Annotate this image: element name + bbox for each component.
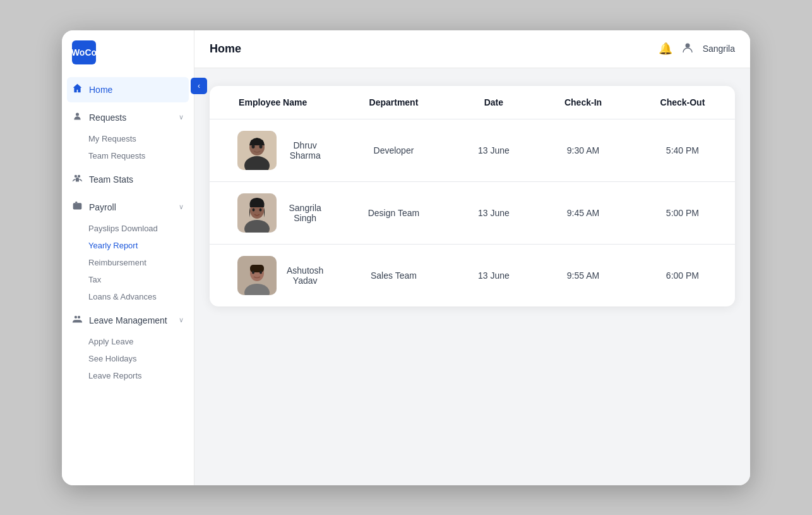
avatar-3: [237, 256, 277, 295]
svg-point-6: [685, 43, 690, 47]
nav-section-requests: Requests ∨ My Requests Team Requests: [62, 105, 194, 164]
svg-point-15: [253, 208, 255, 211]
table-header-row: Employee Name Department Date Check-In C…: [210, 86, 735, 119]
svg-point-22: [260, 270, 262, 274]
requests-chevron: ∨: [179, 113, 184, 121]
department-1: Developer: [336, 119, 451, 181]
svg-point-10: [252, 145, 255, 148]
date-3: 13 June: [451, 244, 537, 306]
header-actions: 🔔 Sangrila: [659, 41, 735, 57]
header: Home 🔔 Sangrila: [194, 30, 750, 68]
leave-management-label: Leave Management: [89, 315, 167, 325]
avatar-2: [237, 193, 277, 233]
page-title: Home: [210, 42, 659, 56]
user-icon[interactable]: [681, 41, 694, 57]
payroll-label: Payroll: [89, 202, 116, 212]
svg-point-1: [75, 174, 77, 177]
svg-point-0: [76, 112, 79, 116]
checkout-3: 6:00 PM: [630, 244, 735, 306]
svg-point-16: [260, 208, 262, 211]
checkout-1: 5:40 PM: [630, 119, 735, 181]
team-stats-icon: [72, 173, 83, 186]
col-employee-name: Employee Name: [210, 86, 336, 119]
col-check-out: Check-Out: [630, 86, 735, 119]
svg-point-2: [78, 174, 80, 177]
checkout-2: 5:00 PM: [630, 181, 735, 244]
svg-point-21: [252, 270, 254, 274]
nav-section-home: Home: [62, 77, 194, 102]
checkin-3: 9:55 AM: [536, 244, 630, 306]
sidebar: WoCo Home Requests ∨ My Requests Team Re…: [62, 30, 194, 485]
employee-cell-1: Dhruv Sharma: [210, 119, 336, 181]
employee-cell-3: Ashutosh Yadav: [210, 244, 336, 306]
sidebar-sub-leave-reports[interactable]: Leave Reports: [62, 367, 194, 384]
sidebar-item-requests[interactable]: Requests ∨: [62, 105, 194, 130]
col-date: Date: [451, 86, 537, 119]
sidebar-sub-apply-leave[interactable]: Apply Leave: [62, 333, 194, 350]
col-department: Department: [336, 86, 451, 119]
svg-point-5: [78, 315, 80, 318]
employee-cell-2: Sangrila Singh: [210, 181, 336, 244]
payroll-chevron: ∨: [179, 203, 184, 211]
content-area: Employee Name Department Date Check-In C…: [194, 68, 750, 485]
nav-section-leave-management: Leave Management ∨ Apply Leave See Holid…: [62, 308, 194, 384]
department-3: Sales Team: [336, 244, 451, 306]
collapse-sidebar-button[interactable]: ‹: [194, 78, 207, 94]
table-row: Sangrila Singh Design Team 13 June 9:45 …: [210, 181, 735, 244]
svg-point-4: [75, 315, 77, 318]
nav-section-payroll: Payroll ∨ Payslips Download Yearly Repor…: [62, 195, 194, 305]
svg-point-11: [260, 145, 263, 148]
attendance-table-card: Employee Name Department Date Check-In C…: [210, 86, 735, 306]
table-row: Dhruv Sharma Developer 13 June 9:30 AM 5…: [210, 119, 735, 181]
sidebar-sub-yearly-report[interactable]: Yearly Report: [62, 237, 194, 254]
bell-icon[interactable]: 🔔: [659, 42, 672, 56]
app-logo: WoCo: [72, 40, 96, 64]
employee-name-2: Sangrila Singh: [287, 203, 323, 223]
sidebar-sub-team-requests[interactable]: Team Requests: [62, 147, 194, 164]
avatar-1: [237, 131, 277, 170]
app-window: WoCo Home Requests ∨ My Requests Team Re…: [62, 30, 750, 485]
svg-rect-3: [73, 203, 82, 209]
sidebar-item-payroll[interactable]: Payroll ∨: [62, 195, 194, 220]
requests-icon: [72, 111, 83, 124]
checkin-2: 9:45 AM: [536, 181, 630, 244]
svg-rect-20: [250, 265, 264, 272]
sidebar-sub-payslips[interactable]: Payslips Download: [62, 220, 194, 237]
sidebar-sub-my-requests[interactable]: My Requests: [62, 130, 194, 147]
header-username: Sangrila: [703, 44, 735, 54]
nav-section-team-stats: Team Stats: [62, 167, 194, 192]
sidebar-sub-tax[interactable]: Tax: [62, 271, 194, 288]
date-1: 13 June: [451, 119, 537, 181]
main-content: Home 🔔 Sangrila ‹ Employee Name Departme…: [194, 30, 750, 485]
table-row: Ashutosh Yadav Sales Team 13 June 9:55 A…: [210, 244, 735, 306]
date-2: 13 June: [451, 181, 537, 244]
sidebar-sub-reimbursement[interactable]: Reimbursement: [62, 254, 194, 271]
home-label: Home: [89, 85, 112, 95]
sidebar-sub-see-holidays[interactable]: See Holidays: [62, 350, 194, 367]
home-icon: [72, 83, 83, 97]
checkin-1: 9:30 AM: [536, 119, 630, 181]
sidebar-item-home[interactable]: Home: [67, 77, 189, 102]
sidebar-item-leave-management[interactable]: Leave Management ∨: [62, 308, 194, 333]
col-check-in: Check-In: [536, 86, 630, 119]
sidebar-item-team-stats[interactable]: Team Stats: [62, 167, 194, 192]
leave-management-chevron: ∨: [179, 316, 184, 324]
employee-name-3: Ashutosh Yadav: [287, 265, 323, 286]
employee-name-1: Dhruv Sharma: [287, 140, 323, 161]
team-stats-label: Team Stats: [89, 174, 133, 185]
payroll-icon: [72, 200, 83, 214]
attendance-table: Employee Name Department Date Check-In C…: [210, 86, 735, 306]
requests-label: Requests: [89, 112, 126, 123]
leave-management-icon: [72, 313, 83, 327]
sidebar-sub-loans[interactable]: Loans & Advances: [62, 288, 194, 305]
department-2: Design Team: [336, 181, 451, 244]
